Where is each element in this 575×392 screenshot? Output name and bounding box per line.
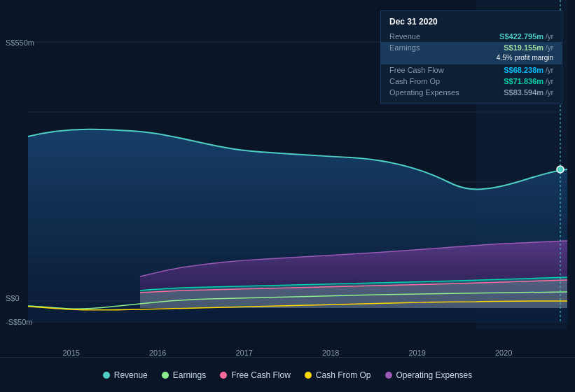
y-label-top: S$550m [6, 38, 34, 47]
svg-point-8 [557, 166, 564, 173]
tooltip-value-revenue: S$422.795m [499, 32, 543, 41]
legend-item-fcf[interactable]: Free Cash Flow [220, 370, 291, 380]
tooltip-value-margin: 4.5% profit margin [497, 54, 553, 62]
legend-item-revenue[interactable]: Revenue [103, 370, 148, 380]
x-label-2019: 2019 [409, 349, 426, 357]
legend-label-earnings: Earnings [173, 370, 206, 380]
x-label-2016: 2016 [149, 349, 166, 357]
y-label-mid: S$0 [6, 294, 20, 302]
tooltip-row-opex: Operating Expenses S$83.594m /yr [389, 87, 553, 98]
legend-dot-opex [385, 372, 392, 379]
x-axis: 2015 2016 2017 2018 2019 2020 [0, 349, 575, 357]
tooltip-label-opex: Operating Expenses [389, 88, 459, 97]
legend-dot-cashop [305, 372, 312, 379]
tooltip-label-cashop: Cash From Op [389, 77, 440, 85]
tooltip-value-fcf: S$68.238m [504, 66, 543, 74]
tooltip-row-margin: 4.5% profit margin [381, 53, 562, 64]
tooltip-label-earnings: Earnings [389, 43, 420, 52]
legend-bar: Revenue Earnings Free Cash Flow Cash Fro… [0, 357, 575, 392]
legend-label-revenue: Revenue [114, 370, 148, 380]
tooltip-value-cashop: S$71.836m [504, 77, 543, 85]
tooltip-value-earnings: S$19.155m [504, 43, 543, 52]
tooltip-row-earnings: Earnings S$19.155m /yr [381, 42, 562, 53]
legend-item-cashop[interactable]: Cash From Op [305, 370, 371, 380]
tooltip-label-fcf: Free Cash Flow [389, 66, 444, 74]
legend-dot-earnings [162, 372, 169, 379]
x-label-2017: 2017 [236, 349, 253, 357]
legend-dot-fcf [220, 372, 227, 379]
x-label-2018: 2018 [322, 349, 339, 357]
tooltip-date: Dec 31 2020 [389, 17, 553, 27]
tooltip-box: Dec 31 2020 Revenue S$422.795m /yr Earni… [380, 10, 562, 104]
tooltip-row-fcf: Free Cash Flow S$68.238m /yr [389, 64, 553, 76]
tooltip-label-revenue: Revenue [389, 32, 420, 41]
legend-item-earnings[interactable]: Earnings [162, 370, 206, 380]
tooltip-value-opex: S$83.594m [504, 88, 543, 97]
legend-label-fcf: Free Cash Flow [231, 370, 291, 380]
tooltip-row-revenue: Revenue S$422.795m /yr [389, 31, 553, 42]
legend-label-cashop: Cash From Op [316, 370, 371, 380]
legend-label-opex: Operating Expenses [396, 370, 473, 380]
x-label-2015: 2015 [63, 349, 80, 357]
legend-dot-revenue [103, 372, 110, 379]
y-label-bottom: -S$50m [6, 318, 33, 326]
legend-item-opex[interactable]: Operating Expenses [385, 370, 473, 380]
tooltip-row-cashop: Cash From Op S$71.836m /yr [389, 76, 553, 87]
x-label-2020: 2020 [495, 349, 512, 357]
